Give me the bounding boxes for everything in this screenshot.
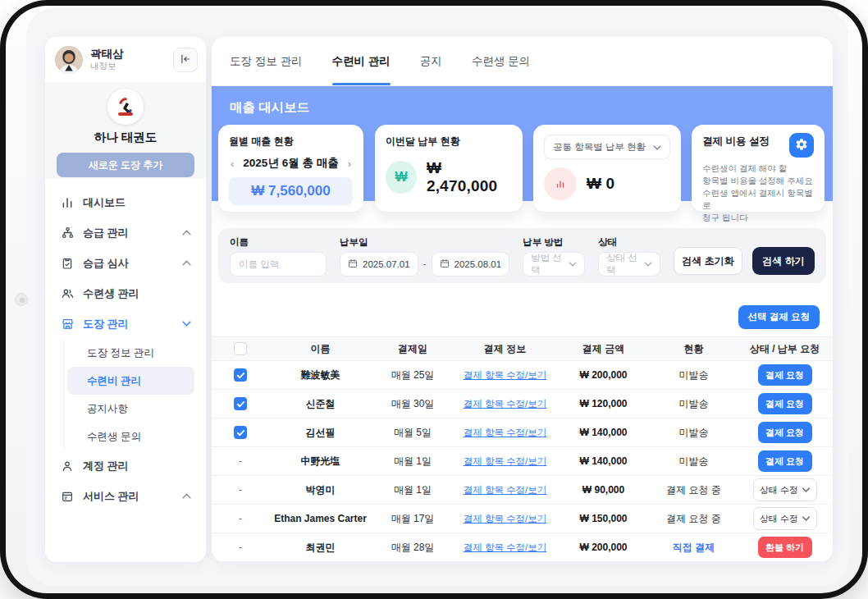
sidebar-item-label: 대시보드: [83, 195, 126, 210]
profile-subtitle[interactable]: 내정보: [90, 61, 124, 72]
payment-amount: ₩ 200,000: [556, 369, 651, 381]
sidebar-collapse-button[interactable]: [173, 48, 198, 72]
sales-dashboard-title: 매출 대시보드: [230, 99, 309, 117]
row-no-checkbox: -: [212, 484, 269, 496]
status-edit-select[interactable]: 상태 수정: [753, 478, 817, 501]
student-name: 難波敏美: [269, 368, 372, 382]
edit-payment-items-link[interactable]: 결제 항목 수정/보기: [464, 369, 547, 382]
request-payment-button[interactable]: 결제 요청: [758, 393, 812, 414]
chevron-down-icon: [802, 487, 810, 492]
chevron-down-icon: [653, 142, 661, 152]
dropdown-value: 공통 항목별 납부 현황: [553, 141, 646, 153]
common-items-dropdown[interactable]: 공통 항목별 납부 현황: [544, 135, 670, 159]
table-row: 김선필 매월 5일 결제 항목 수정/보기 ₩ 140,000 미발송 결제 요…: [212, 418, 833, 447]
avatar[interactable]: [55, 46, 83, 74]
name-input[interactable]: [230, 252, 327, 277]
sidebar-subitem-tuition[interactable]: 수련비 관리: [67, 367, 194, 395]
table-row: - 박영미 매월 1일 결제 항목 수정/보기 ₩ 90,000 결제 요청 중…: [212, 476, 833, 505]
request-payment-button[interactable]: 결제 요청: [758, 422, 812, 443]
edit-payment-items-link[interactable]: 결제 항목 수정/보기: [464, 427, 547, 439]
calendar-icon: [348, 258, 358, 270]
search-button[interactable]: 검색 하기: [752, 247, 815, 275]
row-checkbox-checked[interactable]: [234, 397, 247, 410]
bulk-payment-request-button[interactable]: 선택 결제 요청: [738, 305, 820, 329]
student-name: 신준철: [269, 397, 372, 411]
sidebar-subitem-dojo-info[interactable]: 도장 정보 관리: [67, 339, 194, 367]
edit-payment-items-link[interactable]: 결제 항목 수정/보기: [464, 398, 547, 410]
tab-tuition[interactable]: 수련비 관리: [332, 37, 391, 85]
payments-table: 이름 결제일 결제 정보 결제 금액 현황 상태 / 납부 요청 難波敏美 매월…: [212, 336, 833, 562]
select-all-checkbox[interactable]: [234, 342, 247, 355]
sidebar-subitem-inquiry[interactable]: 수련생 문의: [67, 423, 194, 450]
date-range-separator: -: [423, 258, 427, 270]
this-month-amount: ₩ 2,470,000: [427, 159, 512, 195]
settings-gear-button[interactable]: [789, 133, 814, 158]
profile-name: 곽태삼: [90, 47, 124, 61]
profile-text: 곽태삼 내정보: [90, 47, 124, 72]
sidebar-item-dashboard[interactable]: 대시보드: [57, 187, 194, 217]
sidebar-item-students[interactable]: 수련생 관리: [57, 278, 194, 309]
payment-status: 미발송: [651, 455, 737, 469]
dojo-section: 하나 태권도 새로운 도장 추가: [45, 82, 206, 179]
status-edit-select[interactable]: 상태 수정: [753, 507, 817, 530]
edit-payment-items-link[interactable]: 결제 항목 수정/보기: [464, 484, 547, 496]
sidebar-item-dojo-mgmt[interactable]: 도장 관리: [57, 309, 194, 339]
edit-payment-items-link[interactable]: 결제 항목 수정/보기: [464, 542, 547, 554]
sidebar-item-label: 계정 관리: [83, 459, 129, 473]
dojo-name: 하나 태권도: [94, 130, 158, 145]
sidebar-item-promotion[interactable]: 승급 관리: [57, 217, 194, 248]
this-month-payments-card: 이번달 납부 현황 ₩ ₩ 2,470,000: [375, 125, 523, 212]
settings-description: 수련생이 결제 해야 할 항목별 비용을 설정해 주세요 수련생 앱에서 결제시…: [702, 162, 814, 224]
won-icon: ₩: [386, 161, 417, 194]
gear-icon: [795, 138, 808, 153]
row-checkbox-checked[interactable]: [234, 368, 247, 382]
edit-payment-items-link[interactable]: 결제 항목 수정/보기: [464, 513, 547, 525]
payment-status: 결제 요청 중: [651, 512, 737, 526]
tab-dojo-info[interactable]: 도장 정보 관리: [230, 37, 303, 85]
payment-date-filter: 납부일 2025.07.01 - 2025.08.01: [340, 236, 509, 277]
status-edit-label: 상태 수정: [760, 513, 798, 525]
status-select[interactable]: 상태 선택: [598, 252, 660, 277]
sidebar-item-label: 수련생 관리: [83, 286, 139, 301]
sidebar-item-exam[interactable]: 승급 심사: [57, 248, 194, 278]
mini-bar-chart-icon: [544, 167, 577, 200]
date-from-value: 2025.07.01: [363, 259, 410, 269]
chevron-up-icon: [182, 493, 191, 499]
add-dojo-button[interactable]: 새로운 도장 추가: [57, 153, 194, 177]
name-filter: 이름: [230, 236, 327, 277]
method-select[interactable]: 방법 선택: [523, 252, 585, 277]
sidebar-item-service[interactable]: 서비스 관리: [57, 481, 194, 511]
dojo-logo: [107, 89, 144, 125]
tab-notice[interactable]: 공지: [420, 37, 442, 85]
chevron-up-icon: [182, 260, 191, 266]
search-reset-button[interactable]: 검색 초기화: [674, 247, 742, 275]
sidebar-item-label: 승급 심사: [83, 256, 129, 271]
col-amount: 결제 금액: [556, 342, 651, 356]
row-checkbox-checked[interactable]: [234, 426, 247, 439]
method-label: 납부 방법: [523, 236, 585, 249]
sidebar-item-account[interactable]: 계정 관리: [57, 450, 194, 481]
card-title: 월별 매출 현황: [229, 135, 353, 149]
sidebar-item-label: 도장 관리: [83, 317, 129, 332]
monthly-sales-amount: ₩ 7,560,000: [229, 177, 353, 205]
date-to-picker[interactable]: 2025.08.01: [432, 252, 510, 277]
sidebar-subitem-notice[interactable]: 공지사항: [67, 395, 194, 423]
refund-button[interactable]: 환불 하기: [758, 537, 812, 558]
date-to-value: 2025.08.01: [455, 259, 502, 269]
prev-month-button[interactable]: ‹: [231, 158, 234, 169]
settings-line: 청구 됩니다: [702, 212, 814, 224]
payment-day: 매월 30일: [372, 397, 454, 411]
monthly-sales-card: 월별 매출 현황 ‹ 2025년 6월 총 매출 › ₩ 7,560,000: [218, 125, 363, 212]
sidebar-item-label: 승급 관리: [83, 226, 129, 240]
payment-status: 미발송: [651, 426, 737, 440]
dojo-mgmt-submenu: 도장 정보 관리 수련비 관리 공지사항 수련생 문의: [63, 339, 194, 450]
next-month-button[interactable]: ›: [348, 158, 351, 169]
edit-payment-items-link[interactable]: 결제 항목 수정/보기: [464, 455, 547, 468]
col-status: 현황: [651, 342, 737, 356]
request-payment-button[interactable]: 결제 요청: [758, 450, 812, 472]
profile-section: 곽태삼 내정보: [45, 37, 206, 82]
request-payment-button[interactable]: 결제 요청: [758, 364, 812, 386]
date-from-picker[interactable]: 2025.07.01: [340, 252, 418, 277]
tab-inquiry[interactable]: 수련생 문의: [472, 37, 530, 85]
settings-line: 수련생 앱에서 결제시 항목별로: [702, 187, 814, 212]
